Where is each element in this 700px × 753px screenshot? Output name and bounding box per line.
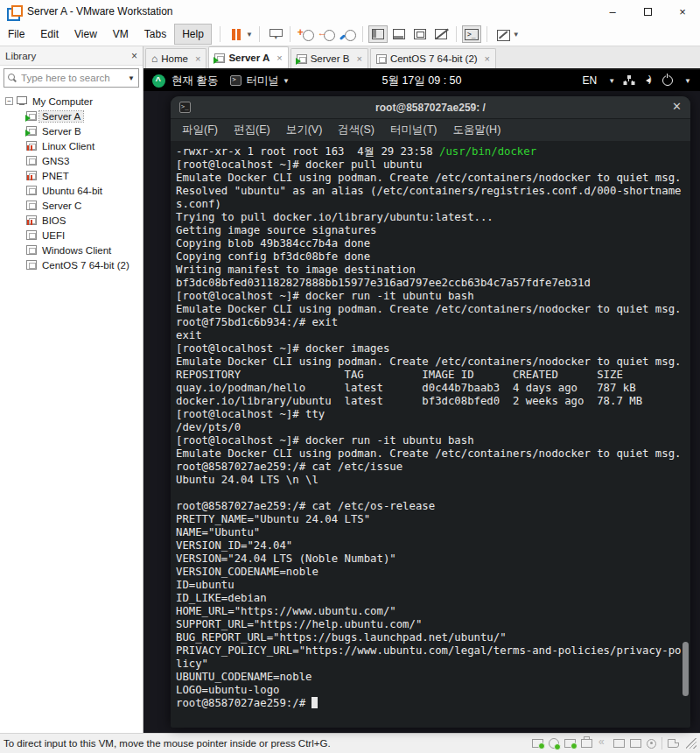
webcam-icon[interactable] [647,739,656,749]
terminal-line: Copying config bf3dc08bfe done [176,250,686,264]
terminal-menu-h[interactable]: 도움말(H) [444,123,508,137]
terminal-line: quay.io/podman/hello latest d0c44b7baab3… [176,382,686,395]
terminal-line: NAME="Ubuntu" [176,526,686,539]
language-indicator[interactable]: EN [582,74,597,87]
terminal-line: Writing manifest to image destination [176,264,686,277]
menubar: FileEditViewVMTabsHelp [0,24,212,45]
power-icon[interactable] [662,75,673,86]
tab-home[interactable]: ⌂Home× [145,48,206,68]
tab-server-b[interactable]: Server B× [290,48,368,68]
tab-close-icon[interactable]: × [276,53,282,63]
pause-button-icon[interactable] [226,25,245,43]
tab-server-a[interactable]: Server A× [208,46,288,68]
unity-view-icon[interactable] [431,25,451,43]
terminal-close-icon[interactable]: ✕ [672,100,682,113]
fit-guest-caret-icon[interactable]: ▼ [513,31,520,39]
tree-item-linux-client[interactable]: Linux Client [0,138,143,153]
printer-icon[interactable] [581,739,592,748]
main-area: Library × Type here to search ▼ −My Comp… [0,46,700,733]
tree-item-centos-7-64-bit-2-[interactable]: CentOS 7 64-bit (2) [0,257,143,272]
fit-guest-icon[interactable] [493,25,512,43]
terminal-output[interactable]: -rwxr-xr-x 1 root root 163 4월 29 23:58 /… [171,141,690,728]
vm-display[interactable]: 현재 활동 터미널 ▼ 5월 17일 09 : 50 EN ▼ ▼ [144,70,700,733]
terminal-text-segment: root@8587027ae259:/# [176,697,312,709]
terminal-titlebar[interactable]: root@8587027ae259: / ✕ [171,96,690,119]
right-column: ⌂Home×Server A×Server B×CentOS 7 64-bit … [144,46,700,733]
network-icon[interactable] [623,75,634,86]
terminal-text-segment: -rwxr-xr-x 1 root root 163 4월 29 23:58 [176,145,439,158]
language-caret-icon: ▼ [608,77,615,85]
vm-suspended-icon [26,215,37,225]
search-dropdown-icon[interactable]: ▼ [128,74,135,82]
tree-item-label: CentOS 7 64-bit (2) [39,260,132,271]
tree-item-label: Server B [39,126,84,137]
guest-desktop[interactable]: root@8587027ae259: / ✕ 파일(F)편집(E)보기(V)검색… [144,91,700,733]
take-snapshot-icon[interactable] [296,25,315,43]
toolbar-separator [456,26,457,42]
terminal-text-segment: /usr/bin/docker [439,145,536,158]
focused-app-menu[interactable]: 터미널 [246,74,279,88]
volume-icon[interactable] [642,75,654,86]
snapshot-manager-icon[interactable] [338,25,357,43]
cd-dvd-icon[interactable] [549,738,559,749]
menu-tabs[interactable]: Tabs [136,24,174,45]
vm-tree: −My ComputerServer AServer BLinux Client… [0,90,143,733]
minimize-button[interactable]: – [595,0,630,23]
resize-grip[interactable] [686,738,696,749]
maximize-button[interactable] [630,0,665,23]
tree-item-gns3[interactable]: GNS3 [0,153,143,168]
terminal-line: Emulate Docker CLI using podman. Create … [176,303,686,316]
close-button[interactable]: × [665,0,700,23]
terminal-menu-t[interactable]: 터미널(T) [382,123,444,137]
show-library-icon[interactable] [368,25,388,43]
menu-help[interactable]: Help [174,24,212,45]
terminal-line: Emulate Docker CLI using podman. Create … [176,355,686,369]
usb-device-icon[interactable] [613,739,625,748]
tree-item-ubuntu-64-bit[interactable]: Ubuntu 64-bit [0,183,143,198]
console-view-icon[interactable] [462,25,481,43]
terminal-line: ID=ubuntu [176,579,686,592]
terminal-menu-s[interactable]: 검색(S) [330,123,382,137]
tree-item-server-c[interactable]: Server C [0,198,143,213]
menu-view[interactable]: View [66,24,105,45]
tree-item-pnet[interactable]: PNET [0,168,143,183]
tree-item-server-a[interactable]: Server A [0,109,143,123]
vm-off-icon [26,186,37,195]
library-close-icon[interactable]: × [131,50,137,62]
activities-button[interactable]: 현재 활동 [172,74,218,88]
send-ctrl-alt-del-icon[interactable] [265,25,284,43]
tree-item-uefi[interactable]: UEFI [0,228,143,243]
usb-device-2-icon[interactable] [630,739,641,748]
tree-item-windows-client[interactable]: Windows Client [0,243,143,257]
tab-close-icon[interactable]: × [356,53,361,64]
ubuntu-logo-icon[interactable] [152,74,165,88]
revert-snapshot-icon[interactable] [317,25,336,43]
tree-item-bios[interactable]: BIOS [0,213,143,228]
terminal-app-icon[interactable] [230,75,242,86]
show-thumbnail-bar-icon[interactable] [389,25,409,43]
library-search-input[interactable]: Type here to search ▼ [4,68,139,88]
menu-file[interactable]: File [0,24,32,45]
hard-disk-icon[interactable] [532,739,543,748]
tab-centos-7-64-bit-2-[interactable]: CentOS 7 64-bit (2)× [370,48,496,68]
terminal-menu-v[interactable]: 보기(V) [278,123,331,137]
menu-edit[interactable]: Edit [32,24,66,45]
terminal-scrollbar[interactable] [682,642,689,696]
menu-vm[interactable]: VM [105,24,136,45]
pause-button-caret-icon[interactable]: ▼ [246,31,253,39]
terminal-menu-f[interactable]: 파일(F) [174,123,226,137]
sound-icon[interactable] [598,739,608,748]
tree-item-server-b[interactable]: Server B [0,123,143,138]
terminal-cursor [312,697,318,708]
tree-item-my-computer[interactable]: −My Computer [0,94,143,109]
tab-close-icon[interactable]: × [195,53,200,64]
message-log-icon[interactable] [668,739,679,748]
terminal-window: root@8587027ae259: / ✕ 파일(F)편집(E)보기(V)검색… [171,96,690,728]
expander-icon[interactable]: − [5,97,13,105]
tab-close-icon[interactable]: × [485,53,490,64]
terminal-menu-e[interactable]: 편집(E) [226,123,278,137]
full-screen-view-icon[interactable] [410,25,430,43]
network-adapter-icon[interactable] [564,739,576,748]
app-menu-caret-icon: ▼ [283,77,290,85]
computer-icon [17,96,27,106]
